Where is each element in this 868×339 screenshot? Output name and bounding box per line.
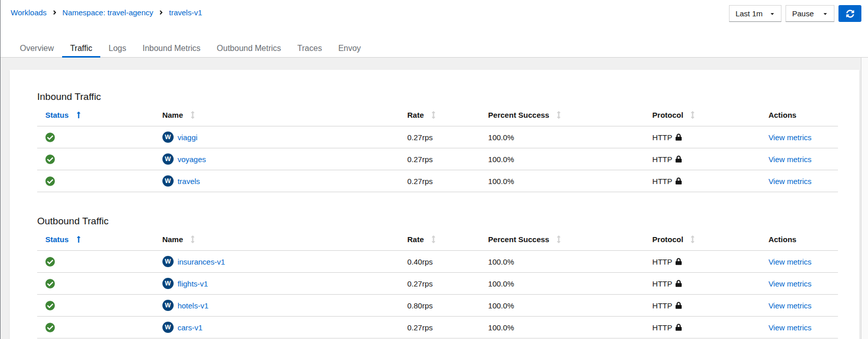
status-cell <box>37 317 154 338</box>
column-header-label: Percent Success <box>488 111 549 119</box>
section-title: Inbound Traffic <box>37 91 838 102</box>
rate-value: 0.27rps <box>407 155 433 164</box>
breadcrumb-link[interactable]: Namespace: travel-agency <box>63 8 153 17</box>
view-metrics-link[interactable]: View metrics <box>768 257 811 266</box>
protocol-value: HTTP <box>652 279 672 288</box>
duration-select-value: Last 1m <box>736 9 763 18</box>
tab-label: Traces <box>297 44 322 53</box>
actions-cell: View metrics <box>760 295 838 317</box>
tab-traffic[interactable]: Traffic <box>62 40 101 57</box>
tab-bar: OverviewTrafficLogsInbound MetricsOutbou… <box>1 40 868 58</box>
health-ok-icon <box>45 279 146 289</box>
rate-value: 0.80rps <box>407 301 433 310</box>
rate-value: 0.27rps <box>407 279 433 288</box>
section-title: Outbound Traffic <box>37 216 838 227</box>
table-row: W voyages 0.27rps 100.0% HTTP View metri… <box>37 148 838 170</box>
column-header-status[interactable]: Status <box>37 231 154 251</box>
view-metrics-link[interactable]: View metrics <box>768 155 811 164</box>
column-header-name[interactable]: Name <box>154 231 399 251</box>
page-header: Workloads Namespace: travel-agency trave… <box>1 0 868 58</box>
percent-success-value: 100.0% <box>488 133 514 142</box>
workload-badge: W <box>162 256 174 267</box>
tab-traces[interactable]: Traces <box>289 40 330 57</box>
protocol-value: HTTP <box>652 323 672 332</box>
tab-overview[interactable]: Overview <box>12 40 62 57</box>
name-cell: W cars-v1 <box>154 317 399 338</box>
sort-icon <box>431 236 436 243</box>
view-metrics-link[interactable]: View metrics <box>768 177 811 186</box>
column-header-percent-success[interactable]: Percent Success <box>480 107 644 126</box>
percent-success-cell: 100.0% <box>480 148 644 170</box>
workload-link[interactable]: hotels-v1 <box>178 301 209 310</box>
view-metrics-link[interactable]: View metrics <box>768 279 811 288</box>
health-ok-icon <box>45 133 146 142</box>
actions-cell: View metrics <box>760 273 838 295</box>
percent-success-cell: 100.0% <box>480 273 644 295</box>
workload-link[interactable]: flights-v1 <box>178 279 208 288</box>
protocol-cell: HTTP <box>644 126 760 148</box>
column-header-label: Status <box>45 111 69 119</box>
workload-link[interactable]: cars-v1 <box>178 323 203 332</box>
percent-success-value: 100.0% <box>488 257 514 266</box>
column-header-protocol[interactable]: Protocol <box>644 231 760 251</box>
workload-badge: W <box>162 278 174 289</box>
column-header-label: Name <box>162 111 183 119</box>
sort-icon <box>690 236 695 243</box>
workload-link[interactable]: travels <box>178 177 200 186</box>
sort-asc-icon <box>76 111 81 119</box>
column-header-rate[interactable]: Rate <box>399 107 480 126</box>
name-cell: W hotels-v1 <box>154 295 399 317</box>
refresh-interval-select[interactable]: Pause <box>786 5 834 22</box>
rate-value: 0.40rps <box>407 257 433 266</box>
tab-outbound-metrics[interactable]: Outbound Metrics <box>209 40 289 57</box>
workload-link[interactable]: voyages <box>178 155 206 164</box>
rate-cell: 0.27rps <box>399 126 480 148</box>
protocol-cell: HTTP <box>644 251 760 273</box>
tab-logs[interactable]: Logs <box>100 40 134 57</box>
breadcrumb-link[interactable]: travels-v1 <box>169 8 202 17</box>
traffic-table: Status Name Rate Percent Success Protoco… <box>37 107 838 192</box>
workload-link[interactable]: viaggi <box>178 133 198 142</box>
view-metrics-link[interactable]: View metrics <box>768 323 811 332</box>
view-metrics-link[interactable]: View metrics <box>768 301 811 310</box>
rate-value: 0.27rps <box>407 177 433 186</box>
lock-icon <box>676 155 682 163</box>
column-header-protocol[interactable]: Protocol <box>644 107 760 126</box>
inbound-traffic-section: Inbound Traffic Status Name Rate Percent… <box>37 91 838 192</box>
column-header-status[interactable]: Status <box>37 107 154 126</box>
name-cell: W travels <box>154 170 399 192</box>
protocol-value: HTTP <box>652 177 672 186</box>
column-header-label: Name <box>162 235 183 244</box>
column-header-percent-success[interactable]: Percent Success <box>480 231 644 251</box>
percent-success-cell: 100.0% <box>480 126 644 148</box>
table-row: W insurances-v1 0.40rps 100.0% HTTP View… <box>37 251 838 273</box>
actions-cell: View metrics <box>760 148 838 170</box>
health-ok-icon <box>45 154 146 164</box>
rate-cell: 0.27rps <box>399 317 480 338</box>
traffic-table: Status Name Rate Percent Success Protoco… <box>37 231 838 338</box>
status-cell <box>37 251 154 273</box>
rate-cell: 0.27rps <box>399 148 480 170</box>
tab-envoy[interactable]: Envoy <box>330 40 369 57</box>
sort-icon <box>431 111 436 119</box>
protocol-value: HTTP <box>652 301 672 310</box>
view-metrics-link[interactable]: View metrics <box>768 133 811 142</box>
table-header-row: Status Name Rate Percent Success Protoco… <box>37 231 838 251</box>
column-header-name[interactable]: Name <box>154 107 399 126</box>
column-header-label: Percent Success <box>488 235 549 244</box>
column-header-rate[interactable]: Rate <box>399 231 480 251</box>
status-cell <box>37 295 154 317</box>
refresh-button[interactable] <box>838 5 861 22</box>
protocol-cell: HTTP <box>644 317 760 338</box>
tab-inbound-metrics[interactable]: Inbound Metrics <box>134 40 209 57</box>
percent-success-cell: 100.0% <box>480 251 644 273</box>
scrollbar-track[interactable] <box>861 58 868 339</box>
workload-link[interactable]: insurances-v1 <box>178 257 225 266</box>
column-header-actions: Actions <box>760 231 838 251</box>
duration-select[interactable]: Last 1m <box>729 5 781 22</box>
health-ok-icon <box>45 257 146 267</box>
sort-icon <box>190 236 195 243</box>
breadcrumb-link[interactable]: Workloads <box>11 8 47 17</box>
sort-icon <box>690 111 695 119</box>
percent-success-cell: 100.0% <box>480 317 644 338</box>
